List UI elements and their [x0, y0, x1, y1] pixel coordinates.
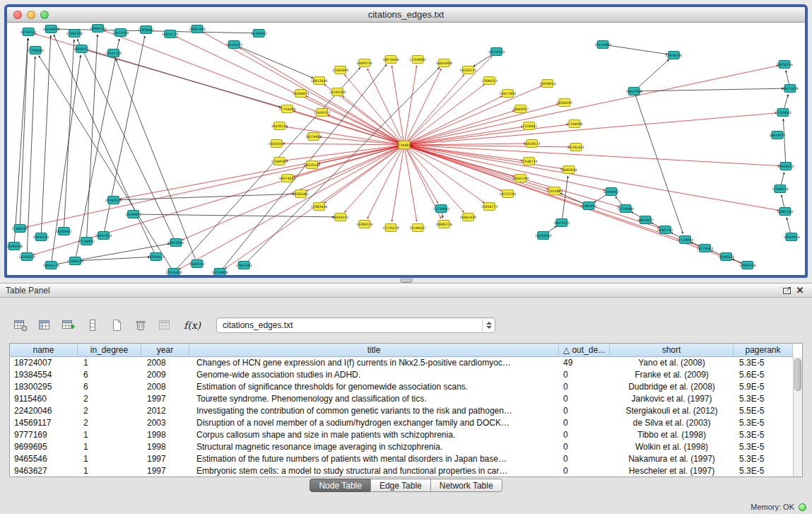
- table-cell[interactable]: 1: [78, 429, 141, 441]
- column-header-name[interactable]: name: [10, 344, 78, 357]
- graph-node[interactable]: 18350267: [556, 99, 573, 107]
- graph-node[interactable]: 17205843: [775, 109, 792, 117]
- table-cell[interactable]: 5.3E-5: [734, 453, 793, 465]
- table-cell[interactable]: 2009: [141, 369, 189, 381]
- column-header-short[interactable]: short: [610, 344, 734, 357]
- table-cell[interactable]: Changes of HCN gene expression and I(f) …: [189, 357, 559, 369]
- table-cell[interactable]: Corpus callosum shape and size in male p…: [189, 429, 559, 441]
- graph-node[interactable]: 17582390: [66, 30, 83, 37]
- graph-node[interactable]: 16822457: [269, 140, 286, 148]
- table-cell[interactable]: 6: [78, 381, 141, 393]
- table-cell[interactable]: 2: [78, 405, 141, 417]
- table-cell[interactable]: 2012: [141, 405, 189, 417]
- column-header-in_degree[interactable]: in_degree: [78, 344, 141, 357]
- table-cell[interactable]: de Silva et al. (2003): [610, 417, 734, 429]
- table-cell[interactable]: 9699695: [10, 441, 78, 453]
- table-cell[interactable]: 1997: [141, 453, 189, 465]
- graph-node[interactable]: 17240816: [396, 141, 413, 149]
- graph-node[interactable]: 18521769: [105, 49, 122, 57]
- graph-node[interactable]: 16873045: [167, 239, 184, 247]
- graph-node[interactable]: 16781432: [567, 144, 584, 151]
- table-cell[interactable]: 1: [78, 465, 141, 477]
- graph-node[interactable]: 17548733: [521, 158, 538, 165]
- graph-node[interactable]: 17296084: [27, 47, 44, 54]
- graph-node[interactable]: 17104956: [566, 120, 583, 128]
- window-titlebar[interactable]: citations_edges.txt: [7, 7, 805, 23]
- table-cell[interactable]: 5.3E-5: [734, 357, 793, 369]
- graph-node[interactable]: 18716930: [211, 269, 228, 276]
- graph-node[interactable]: 18654170: [43, 262, 60, 269]
- graph-node[interactable]: 16087542: [777, 208, 794, 216]
- graph-node[interactable]: 18110574: [488, 48, 505, 56]
- table-row[interactable]: 969969511998Structural magnetic resonanc…: [10, 441, 793, 453]
- graph-node[interactable]: 17818326: [666, 52, 683, 59]
- graph-node[interactable]: 19447946: [625, 88, 642, 95]
- graph-node[interactable]: 16818573: [524, 140, 541, 148]
- graph-node[interactable]: 18274903: [305, 133, 322, 141]
- table-cell[interactable]: 19384554: [10, 369, 78, 381]
- graph-node[interactable]: 17120954: [677, 236, 694, 244]
- table-cell[interactable]: Structural magnetic resonance image aver…: [189, 441, 559, 453]
- graph-node[interactable]: 17925403: [165, 269, 182, 276]
- table-cell[interactable]: 0: [559, 441, 610, 453]
- table-cell[interactable]: Genome-wide association studies in ADHD.: [189, 369, 559, 381]
- graph-node[interactable]: 16399376: [356, 221, 373, 228]
- graph-node[interactable]: 16305481: [293, 190, 310, 198]
- graph-node[interactable]: 18920375: [777, 163, 794, 170]
- table-cell[interactable]: Estimation of significance thresholds fo…: [189, 381, 559, 393]
- table-cell[interactable]: Dudbridge et al. (2008): [610, 381, 734, 393]
- table-cell[interactable]: 9463627: [10, 465, 78, 477]
- graph-node[interactable]: 16778403: [697, 245, 714, 252]
- table-cell[interactable]: 1998: [141, 429, 189, 441]
- graph-node[interactable]: 16614937: [769, 132, 786, 139]
- graph-node[interactable]: 17462951: [580, 202, 597, 210]
- column-header-title[interactable]: title: [189, 344, 559, 357]
- graph-node[interactable]: 16520148: [304, 161, 321, 169]
- table-cell[interactable]: Franke et al. (2009): [610, 369, 734, 381]
- table-cell[interactable]: 5.9E-5: [734, 381, 793, 393]
- table-cell[interactable]: 5.3E-5: [734, 441, 793, 453]
- graph-node[interactable]: 16093741: [356, 59, 373, 67]
- graph-node[interactable]: 16830254: [776, 61, 793, 69]
- graph-node[interactable]: 17754289: [279, 105, 296, 113]
- function-builder-icon[interactable]: f(x): [184, 320, 201, 331]
- table-cell[interactable]: 2008: [141, 357, 189, 369]
- table-cell[interactable]: Hescheler et al. (1997): [610, 465, 734, 477]
- graph-node[interactable]: 17135278: [382, 224, 399, 232]
- graph-node[interactable]: 16014725: [162, 30, 179, 38]
- graph-node[interactable]: 18394612: [148, 253, 165, 261]
- graph-node[interactable]: 16850317: [73, 45, 90, 53]
- create-column-icon[interactable]: [59, 317, 78, 334]
- table-cell[interactable]: Stergiakouli et al. (2012): [610, 405, 734, 417]
- graph-node[interactable]: 16524983: [594, 41, 611, 49]
- graph-node[interactable]: 18471029: [782, 85, 799, 93]
- graph-node[interactable]: 17049365: [271, 158, 288, 165]
- graph-node[interactable]: 17683454: [311, 203, 328, 211]
- table-row[interactable]: 2242004622012Investigating the contribut…: [10, 405, 793, 417]
- graph-node[interactable]: 18226174: [460, 66, 477, 74]
- graph-node[interactable]: 18205647: [56, 228, 73, 235]
- table-selector[interactable]: citations_edges.txt: [216, 317, 495, 333]
- graph-node[interactable]: 17057261: [235, 262, 252, 269]
- close-panel-icon[interactable]: ✕: [794, 285, 806, 296]
- graph-node[interactable]: 18367590: [189, 25, 206, 33]
- graph-node[interactable]: 18812640: [311, 77, 328, 85]
- graph-node[interactable]: 18974532: [279, 175, 296, 182]
- graph-node[interactable]: 16642439: [460, 214, 477, 221]
- table-cell[interactable]: Estimation of the future numbers of pati…: [189, 453, 559, 465]
- table-cell[interactable]: Embryonic stem cells: a model to study s…: [189, 465, 559, 477]
- table-cell[interactable]: 9777169: [10, 429, 78, 441]
- tab-node-table[interactable]: Node Table: [310, 479, 371, 492]
- table-cell[interactable]: 0: [559, 405, 610, 417]
- table-cell[interactable]: 0: [559, 393, 610, 405]
- table-cell[interactable]: 5.3E-5: [734, 429, 793, 441]
- graph-node[interactable]: 18563914: [783, 233, 800, 241]
- graph-node[interactable]: 16708942: [251, 30, 268, 37]
- graph-node[interactable]: 17740932: [78, 238, 95, 245]
- graph-node[interactable]: 20160534: [105, 197, 122, 204]
- graph-node[interactable]: 18985734: [435, 221, 452, 228]
- graph-node[interactable]: 18492630: [560, 166, 577, 174]
- table-cell[interactable]: 2: [78, 393, 141, 405]
- table-cell[interactable]: 5.3E-5: [734, 417, 793, 429]
- graph-node[interactable]: 18587261: [657, 226, 674, 234]
